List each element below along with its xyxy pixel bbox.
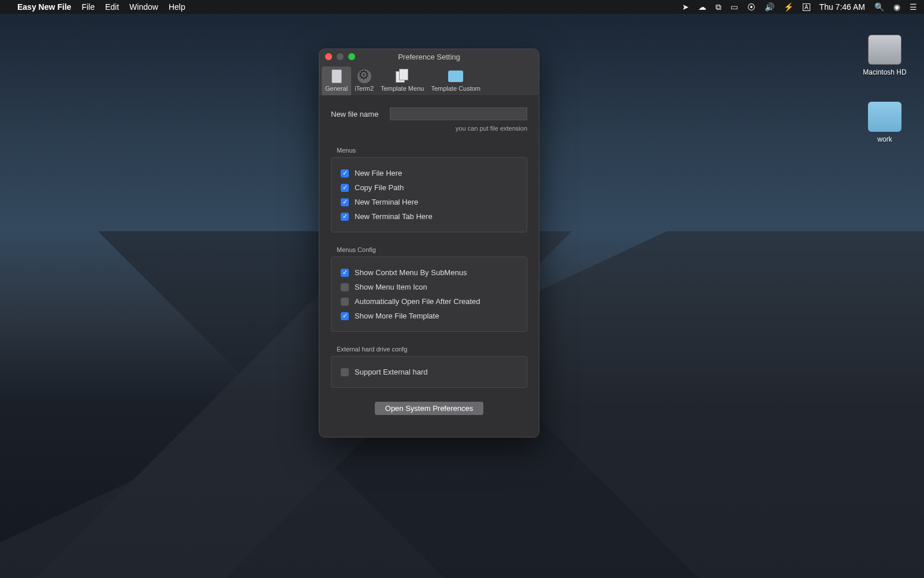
tab-iterm2[interactable]: iTerm2 [351,66,377,95]
checkbox-support-external[interactable] [341,368,349,376]
desktop-work-folder[interactable]: work [862,102,908,143]
input-icon[interactable]: A [803,3,810,11]
tab-label: iTerm2 [355,85,374,92]
checkbox-label: Show More File Template [355,312,439,320]
checkbox-label: Copy File Path [355,183,404,192]
file-extension-hint: you can put file extension [331,125,527,132]
menus-config-section: Show Contxt Menu By SubMenus Show Menu I… [331,257,527,332]
wifi-icon[interactable]: ⦿ [747,2,755,12]
app-menu[interactable]: Easy New File [17,2,71,12]
checkbox-label: New Terminal Here [355,198,418,206]
tab-label: General [325,85,348,92]
menus-config-section-label: Menus Config [331,246,527,253]
checkbox-show-menu-item-icon[interactable] [341,283,349,291]
checkbox-copy-file-path[interactable] [341,184,349,192]
tab-general[interactable]: General [322,66,351,95]
preference-window: Preference Setting General iTerm2 Templa… [319,49,539,438]
open-system-preferences-button[interactable]: Open System Preferences [375,402,483,415]
tab-label: Template Custom [431,85,480,92]
tab-template-custom[interactable]: Template Custom [427,66,484,95]
checkbox-label: Show Menu Item Icon [355,283,427,291]
menu-window[interactable]: Window [129,2,158,12]
bluetooth-icon[interactable]: ⧉ [716,2,721,12]
new-file-name-label: New file name [331,110,378,118]
tab-label: Template Menu [381,85,424,92]
gear-icon [357,69,371,83]
window-titlebar[interactable]: Preference Setting [319,49,539,64]
checkbox-show-context-submenus[interactable] [341,269,349,277]
checkbox-label: Support External hard [355,368,427,376]
desktop-icon-label: work [862,135,908,143]
battery-icon[interactable]: ▭ [731,2,738,12]
documents-icon [396,69,409,84]
checkbox-new-terminal-here[interactable] [341,198,349,206]
zoom-icon[interactable] [348,53,355,60]
menubar: Easy New File File Edit Window Help ➤ ☁ … [0,0,924,14]
menubar-clock[interactable]: Thu 7:46 AM [819,2,865,12]
folder-icon [868,102,901,132]
location-icon[interactable]: ➤ [682,2,689,12]
checkbox-label: Show Contxt Menu By SubMenus [355,268,467,277]
checkbox-new-file-here[interactable] [341,169,349,177]
power-icon[interactable]: ⚡ [784,2,793,12]
checkbox-label: New File Here [355,169,402,177]
spotlight-icon[interactable]: 🔍 [874,2,884,12]
folder-icon [448,71,463,82]
cloud-icon[interactable]: ☁ [698,2,706,12]
minimize-icon[interactable] [337,53,344,60]
new-file-name-input[interactable] [390,108,527,120]
desktop-icon-label: Macintosh HD [862,68,908,76]
checkbox-label: New Terminal Tab Here [355,212,433,221]
menus-section: New File Here Copy File Path New Termina… [331,157,527,232]
checkbox-auto-open[interactable] [341,298,349,306]
desktop-macintosh-hd[interactable]: Macintosh HD [862,35,908,76]
menu-help[interactable]: Help [169,2,185,12]
hard-drive-icon [868,35,901,65]
checkbox-show-more-template[interactable] [341,312,349,320]
notification-center-icon[interactable]: ☰ [910,2,917,12]
checkbox-label: Automatically Open File After Created [355,297,480,306]
external-drive-section-label: External hard drive confg [331,346,527,353]
menu-edit[interactable]: Edit [105,2,119,12]
checkbox-new-terminal-tab-here[interactable] [341,213,349,221]
preferences-toolbar: General iTerm2 Template Menu Template Cu… [319,64,539,96]
external-drive-section: Support External hard [331,356,527,388]
tab-template-menu[interactable]: Template Menu [377,66,427,95]
siri-icon[interactable]: ◉ [893,2,900,12]
close-icon[interactable] [325,53,332,60]
volume-icon[interactable]: 🔊 [765,2,774,12]
menus-section-label: Menus [331,147,527,154]
menu-file[interactable]: File [81,2,95,12]
general-icon [331,69,342,83]
